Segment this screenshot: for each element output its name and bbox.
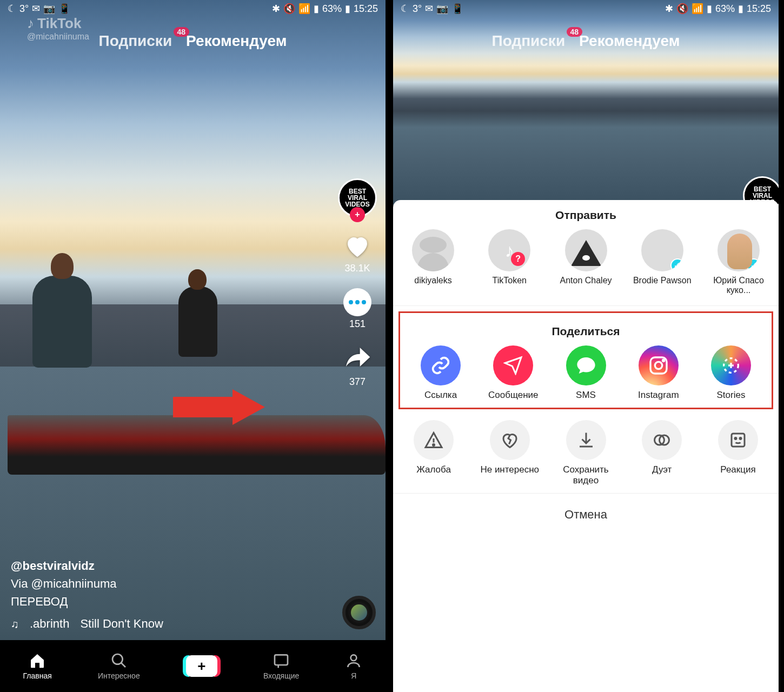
moon-icon: ☾ xyxy=(401,3,409,15)
contact-name: TikToken xyxy=(493,276,527,285)
verified-badge-icon xyxy=(747,258,760,271)
tab-following[interactable]: Подписки 48 xyxy=(99,32,172,50)
music-row[interactable]: ♫ .abrinth Still Don't Know xyxy=(11,615,163,633)
send-title: Отправить xyxy=(393,209,779,222)
tab-following[interactable]: Подписки 48 xyxy=(492,32,566,50)
share-label: SMS xyxy=(576,390,596,401)
svg-line-2 xyxy=(121,663,125,667)
signal-icon: ▮ xyxy=(314,3,319,15)
music-title: Still Don't Know xyxy=(80,615,163,633)
tab-for-you[interactable]: Рекомендуем xyxy=(579,32,680,50)
broken-heart-icon xyxy=(490,420,530,460)
contact-item[interactable]: Юрий Спасо куко... xyxy=(709,229,768,296)
action-not-interested[interactable]: Не интересно xyxy=(480,420,540,485)
like-count: 38.1K xyxy=(344,263,370,274)
author-avatar[interactable]: BEST VIRAL VIDEOS + xyxy=(338,178,377,217)
video-meta: @bestviralvidz Via @micahniinuma ПЕРЕВОД… xyxy=(11,557,163,633)
contact-avatar xyxy=(641,229,683,271)
action-label: Жалоба xyxy=(416,464,451,475)
share-link[interactable]: Ссылка xyxy=(411,345,470,401)
bottom-nav: Главная Интересное + Входящие Я xyxy=(0,640,386,692)
tiktok-note-icon: ♪ xyxy=(27,15,34,32)
action-label: Реакция xyxy=(720,464,755,475)
wifi-icon: 📶 xyxy=(298,3,310,15)
svg-rect-3 xyxy=(275,655,288,665)
message-icon: ✉ xyxy=(32,3,40,15)
share-label: Ссылка xyxy=(424,390,457,401)
author-username[interactable]: @bestviralvidz xyxy=(11,557,163,575)
share-instagram[interactable]: Instagram xyxy=(629,345,688,401)
action-rail: BEST VIRAL VIDEOS + 38.1K 151 377 xyxy=(338,178,377,388)
caption-line-1: Via @micahniinuma xyxy=(11,575,163,593)
tab-following-label: Подписки xyxy=(99,32,172,49)
verified-badge-icon xyxy=(670,258,683,271)
home-icon xyxy=(29,652,46,669)
nav-create[interactable]: + xyxy=(186,655,217,677)
brand-text: TikTok xyxy=(37,15,81,32)
contact-item[interactable]: dikiyaleks xyxy=(404,229,462,296)
share-button[interactable]: 377 xyxy=(342,344,373,388)
mute-icon: 🔇 xyxy=(283,3,295,15)
share-label: Stories xyxy=(717,390,746,401)
share-sms[interactable]: SMS xyxy=(556,345,616,401)
contact-item[interactable]: Brodie Pawson xyxy=(633,229,692,296)
camera-icon: 📷 xyxy=(436,3,448,15)
music-disc[interactable] xyxy=(342,596,376,629)
cancel-label: Отмена xyxy=(564,508,607,521)
mute-icon: 🔇 xyxy=(676,3,688,15)
tab-for-you[interactable]: Рекомендуем xyxy=(186,32,287,50)
link-icon xyxy=(421,345,461,385)
action-label: Дуэт xyxy=(652,464,672,475)
tab-for-you-label: Рекомендуем xyxy=(186,32,287,49)
action-react[interactable]: Реакция xyxy=(708,420,768,485)
video-background[interactable] xyxy=(393,0,779,205)
nav-home[interactable]: Главная xyxy=(23,652,52,680)
bluetooth-icon: ✱ xyxy=(665,3,673,15)
action-report[interactable]: Жалоба xyxy=(404,420,463,485)
bluetooth-icon: ✱ xyxy=(272,3,280,15)
report-icon xyxy=(414,420,454,460)
battery-icon: ▮ xyxy=(345,3,350,15)
share-count: 377 xyxy=(349,376,366,388)
tab-for-you-label: Рекомендуем xyxy=(579,32,680,49)
share-icon xyxy=(342,344,373,374)
svg-marker-0 xyxy=(173,389,265,425)
avatar-text: BEST VIRAL VIDEOS xyxy=(345,188,369,208)
contact-avatar xyxy=(717,229,760,271)
share-stories[interactable]: Stories xyxy=(701,345,761,401)
action-save-video[interactable]: Сохранить видео xyxy=(556,420,616,485)
heart-icon xyxy=(343,231,372,261)
svg-point-17 xyxy=(735,438,736,440)
download-icon xyxy=(566,420,606,460)
contact-name: Юрий Спасо куко... xyxy=(713,276,764,296)
status-bar: ☾ 3° ✉ 📷 📱 ✱ 🔇 📶 ▮ 63% ▮ 15:25 xyxy=(393,0,779,17)
nav-inbox[interactable]: Входящие xyxy=(263,652,299,680)
contact-avatar xyxy=(565,229,607,271)
like-button[interactable]: 38.1K xyxy=(343,231,372,274)
share-label: Сообщение xyxy=(488,390,539,401)
svg-point-1 xyxy=(112,654,123,664)
svg-point-8 xyxy=(662,360,664,361)
inbox-icon xyxy=(273,652,290,669)
svg-point-13 xyxy=(433,444,435,446)
svg-point-7 xyxy=(655,362,662,369)
action-duet[interactable]: Дуэт xyxy=(632,420,692,485)
phone-icon: 📱 xyxy=(58,3,70,15)
top-nav: Подписки 48 Рекомендуем xyxy=(393,32,779,50)
share-message[interactable]: Сообщение xyxy=(483,345,543,401)
share-title: Поделиться xyxy=(400,325,772,338)
moon-icon: ☾ xyxy=(8,3,16,15)
share-sheet: Отправить dikiyaleks ♪? TikToken Anton C… xyxy=(393,200,779,692)
contact-item[interactable]: Anton Chaley xyxy=(557,229,615,296)
message-icon: ✉ xyxy=(425,3,433,15)
nav-discover[interactable]: Интересное xyxy=(98,652,140,680)
contacts-row[interactable]: dikiyaleks ♪? TikToken Anton Chaley Brod… xyxy=(393,229,779,296)
music-icon: ♫ xyxy=(11,616,19,632)
create-icon: + xyxy=(186,655,217,677)
contact-item[interactable]: ♪? TikToken xyxy=(480,229,539,296)
cancel-button[interactable]: Отмена xyxy=(393,493,779,543)
follow-plus-icon[interactable]: + xyxy=(350,207,365,222)
comment-button[interactable]: 151 xyxy=(343,288,371,330)
nav-profile[interactable]: Я xyxy=(345,652,362,680)
camera-icon: 📷 xyxy=(43,3,55,15)
